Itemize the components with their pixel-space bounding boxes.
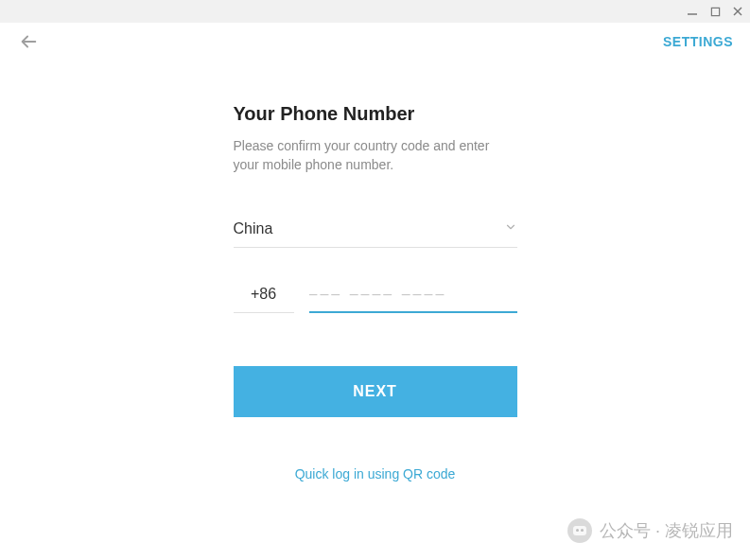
arrow-left-icon bbox=[18, 31, 39, 52]
wechat-icon bbox=[567, 518, 592, 543]
close-icon bbox=[732, 6, 743, 17]
login-form: Your Phone Number Please confirm your co… bbox=[234, 103, 517, 481]
page-subtitle: Please confirm your country code and ent… bbox=[234, 136, 517, 175]
chevron-down-icon bbox=[504, 220, 517, 237]
window-titlebar bbox=[0, 0, 750, 23]
maximize-icon bbox=[710, 7, 721, 17]
country-code-field[interactable]: +86 bbox=[234, 286, 294, 313]
topbar: SETTINGS bbox=[0, 23, 750, 61]
watermark: 公众号 · 凌锐应用 bbox=[567, 518, 733, 543]
back-button[interactable] bbox=[17, 30, 40, 53]
qr-login-link[interactable]: Quick log in using QR code bbox=[234, 466, 517, 481]
watermark-text: 公众号 · 凌锐应用 bbox=[600, 519, 733, 542]
next-button[interactable]: NEXT bbox=[234, 366, 517, 417]
phone-number-input[interactable] bbox=[309, 286, 517, 313]
window-close-button[interactable] bbox=[731, 5, 744, 18]
country-selected-label: China bbox=[234, 220, 273, 237]
settings-link[interactable]: SETTINGS bbox=[663, 34, 733, 49]
minimize-icon bbox=[687, 6, 698, 17]
phone-input-row: +86 bbox=[234, 286, 517, 313]
window-minimize-button[interactable] bbox=[686, 5, 699, 18]
country-selector[interactable]: China bbox=[234, 220, 517, 248]
window-maximize-button[interactable] bbox=[708, 5, 722, 18]
svg-rect-1 bbox=[711, 8, 719, 15]
page-title: Your Phone Number bbox=[234, 103, 517, 125]
